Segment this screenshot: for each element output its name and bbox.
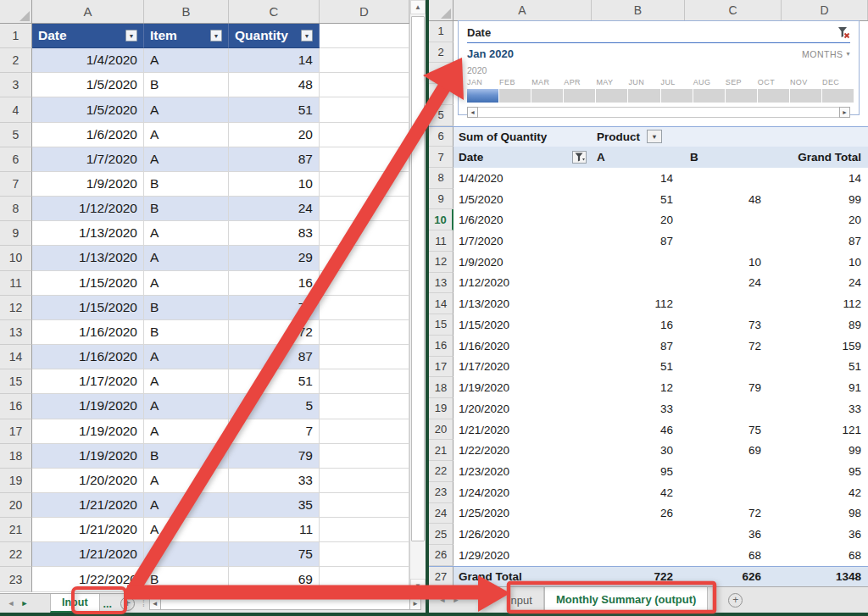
row-number[interactable]: 23 [429,482,453,503]
sheet-tab-monthly-summary-output[interactable]: Monthly Summary (output) [544,587,708,613]
item-cell[interactable]: A [144,394,229,419]
pivot-date-cell[interactable]: 1/15/2020 [453,314,592,336]
pivot-total-cell[interactable]: 159 [782,336,868,357]
row-number[interactable]: 18 [0,444,32,469]
row-number[interactable]: 7 [0,172,32,197]
pivot-value-cell-a[interactable]: 95 [592,461,685,482]
date-timeline-slicer[interactable]: Date Jan 2020 MONTHS▾ 2020 JANFEBMARAPRM… [458,20,860,115]
quantity-cell[interactable]: 79 [229,444,320,469]
pivot-value-cell-b[interactable] [685,230,782,252]
pivot-date-cell[interactable]: 1/23/2020 [453,461,592,482]
pivot-value-cell-a[interactable]: 14 [592,168,685,189]
pivot-value-cell-a[interactable]: 51 [592,357,685,378]
select-all-corner[interactable] [429,0,453,20]
item-cell[interactable]: A [144,369,229,394]
pivot-date-cell[interactable]: 1/29/2020 [453,545,592,566]
date-cell[interactable]: 1/13/2020 [32,221,144,246]
item-cell[interactable]: B [144,73,229,97]
row-number[interactable]: 5 [429,105,453,126]
pivot-total-cell[interactable]: 112 [782,293,868,314]
row-number[interactable]: 24 [429,503,453,524]
pivot-value-cell-b[interactable]: 73 [685,314,782,336]
pivot-date-cell[interactable]: 1/17/2020 [453,357,592,378]
row-number[interactable]: 10 [0,246,32,270]
row-number[interactable]: 23 [0,567,32,591]
timeline-tile-dec[interactable] [822,89,854,103]
pivot-total-cell[interactable]: 68 [782,545,868,566]
pivot-value-cell-a[interactable]: 87 [592,230,685,252]
table-header-cell[interactable]: Date▼ [32,24,144,48]
date-cell[interactable]: 1/13/2020 [32,246,144,270]
quantity-cell[interactable]: 87 [229,345,320,369]
item-cell[interactable]: A [144,48,229,73]
pivot-date-cell[interactable]: 1/22/2020 [453,440,592,461]
pivot-date-cell[interactable]: 1/9/2020 [453,252,592,273]
row-number[interactable]: 6 [429,127,453,147]
column-header-b[interactable]: B [592,0,685,20]
pivot-value-cell-a[interactable]: 20 [592,209,685,230]
quantity-cell[interactable]: 29 [229,246,320,270]
item-cell[interactable]: A [144,518,229,542]
date-cell[interactable]: 1/15/2020 [32,296,144,320]
quantity-cell[interactable]: 69 [229,567,320,591]
quantity-cell[interactable]: 51 [229,97,320,122]
table-header-cell[interactable]: Quantity▼ [229,24,320,48]
row-number[interactable]: 2 [0,48,32,73]
row-number[interactable]: 18 [429,377,453,398]
grand-total-a-cell[interactable]: 722 [592,567,685,586]
timeline-tile-jun[interactable] [628,89,659,103]
pivot-value-cell-b[interactable] [685,209,782,230]
row-number[interactable]: 10 [429,209,453,230]
cell[interactable] [320,518,409,542]
quantity-cell[interactable]: 7 [229,419,320,444]
cell[interactable] [320,469,409,493]
quantity-cell[interactable]: 73 [229,296,320,320]
pivot-value-cell-b[interactable]: 72 [685,336,782,357]
cell[interactable] [320,444,409,469]
date-cell[interactable]: 1/5/2020 [32,73,144,97]
timeline-tile-aug[interactable] [693,89,725,103]
pivot-value-cell-b[interactable]: 68 [685,545,782,566]
date-cell[interactable]: 1/16/2020 [32,320,144,345]
cell[interactable] [320,172,409,197]
row-number[interactable]: 11 [429,230,453,252]
pivot-value-cell-b[interactable]: 10 [685,252,782,273]
pivot-value-cell-a[interactable]: 30 [592,440,685,461]
cell[interactable] [320,147,409,172]
row-number[interactable]: 25 [429,524,453,545]
cell[interactable] [320,542,409,567]
quantity-cell[interactable]: 5 [229,394,320,419]
pivot-value-cell-b[interactable]: 24 [685,273,782,294]
add-sheet-button[interactable]: + [728,593,743,608]
pivot-value-cell-a[interactable]: 112 [592,293,685,314]
pivot-date-cell[interactable]: 1/21/2020 [453,419,592,441]
date-cell[interactable]: 1/22/2020 [32,567,144,591]
pivot-date-cell[interactable]: 1/12/2020 [453,273,592,294]
timeline-period-dropdown[interactable]: MONTHS▾ [802,49,850,59]
next-sheet-icon[interactable]: ► [449,587,463,613]
item-cell[interactable]: B [144,320,229,345]
pivot-value-cell-a[interactable]: 12 [592,377,685,398]
item-cell[interactable]: A [144,97,229,122]
date-filter-funnel-button[interactable] [572,151,587,164]
quantity-cell[interactable]: 20 [229,123,320,147]
row-number[interactable]: 15 [429,314,453,336]
pivot-value-cell-a[interactable] [592,524,685,545]
row-number[interactable]: 7 [429,147,453,168]
timeline-tile-oct[interactable] [758,89,789,103]
cell[interactable] [320,296,409,320]
pivot-total-cell[interactable]: 14 [782,168,868,189]
item-cell[interactable]: A [144,493,229,518]
pivot-date-cell[interactable]: 1/24/2020 [453,482,592,503]
row-number[interactable]: 27 [429,567,453,586]
scroll-up-icon[interactable]: ▲ [410,0,426,14]
item-cell[interactable]: A [144,469,229,493]
scroll-down-icon[interactable]: ▼ [410,579,426,593]
grand-total-label-cell[interactable]: Grand Total [453,567,592,586]
filter-dropdown-button[interactable]: ▼ [125,30,137,42]
pivot-date-cell[interactable]: 1/19/2020 [453,377,592,398]
pivot-total-cell[interactable]: 89 [782,314,868,336]
date-cell[interactable]: 1/4/2020 [32,48,144,73]
date-cell[interactable]: 1/19/2020 [32,419,144,444]
pivot-value-cell-a[interactable] [592,273,685,294]
